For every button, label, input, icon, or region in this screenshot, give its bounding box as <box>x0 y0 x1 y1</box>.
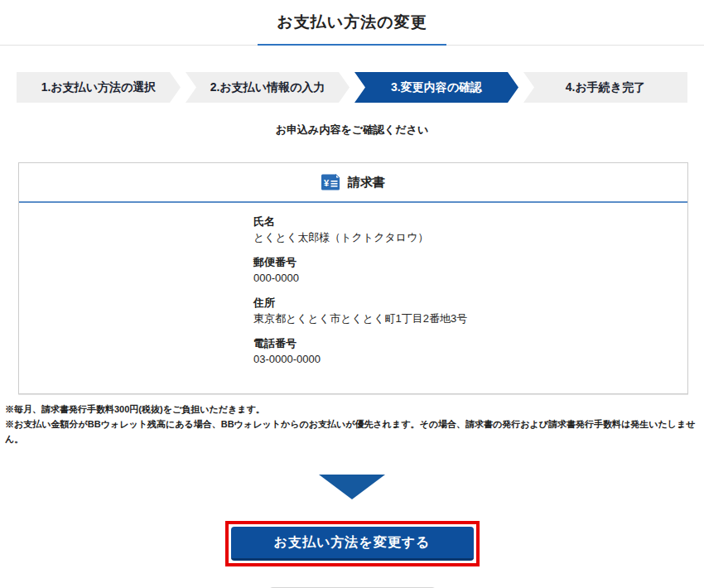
footnotes: ※毎月、請求書発行手数料300円(税抜)をご負担いただきます。 ※お支払い金額分… <box>5 402 699 446</box>
field-label: 電話番号 <box>253 336 671 350</box>
payment-summary-box: ¥ 請求書 氏名 とくとく太郎様（トクトクタロウ） 郵便番号 000-0000 … <box>18 162 688 394</box>
field-postal-code: 郵便番号 000-0000 <box>253 255 671 285</box>
field-label: 氏名 <box>253 214 671 229</box>
step-3-confirm-changes: 3.変更内容の確認 <box>354 72 518 103</box>
progress-steps: 1.お支払い方法の選択 2.お支払い情報の入力 3.変更内容の確認 4.お手続き… <box>17 72 687 103</box>
footnote-fee: ※毎月、請求書発行手数料300円(税抜)をご負担いただきます。 <box>5 402 699 417</box>
down-arrow-icon <box>319 475 385 499</box>
change-payment-method-button[interactable]: お支払い方法を変更する <box>231 527 474 561</box>
click-target-annotation: お支払い方法を変更する <box>225 521 480 566</box>
field-value: 東京都とくとく市とくとく町1丁目2番地3号 <box>253 311 671 325</box>
field-value: 03-0000-0000 <box>253 352 671 366</box>
field-label: 郵便番号 <box>253 255 671 269</box>
field-label: 住所 <box>253 296 671 310</box>
title-underline <box>0 44 704 46</box>
step-label: 2.お支払い情報の入力 <box>210 80 325 95</box>
step-1-payment-method-selection: 1.お支払い方法の選択 <box>17 72 181 103</box>
step-2-payment-info-entry: 2.お支払い情報の入力 <box>186 72 350 103</box>
step-label: 1.お支払い方法の選択 <box>41 80 157 95</box>
payment-details: 氏名 とくとく太郎様（トクトクタロウ） 郵便番号 000-0000 住所 東京都… <box>19 203 687 393</box>
divider-accent <box>258 44 446 46</box>
svg-text:¥: ¥ <box>324 178 330 188</box>
footnote-bb-wallet: ※お支払い金額分がBBウォレット残高にある場合、BBウォレットからのお支払いが優… <box>5 417 699 446</box>
payment-method-header: ¥ 請求書 <box>19 163 687 203</box>
field-value: とくとく太郎様（トクトクタロウ） <box>253 230 671 244</box>
invoice-icon: ¥ <box>321 174 340 190</box>
field-value: 000-0000 <box>253 271 671 285</box>
field-name: 氏名 とくとく太郎様（トクトクタロウ） <box>253 214 671 244</box>
field-address: 住所 東京都とくとく市とくとく町1丁目2番地3号 <box>253 296 671 325</box>
step-4-procedure-complete: 4.お手続き完了 <box>523 72 687 103</box>
page-title: お支払い方法の変更 <box>0 0 704 33</box>
step-label: 3.変更内容の確認 <box>391 80 482 95</box>
confirmation-message: お申込み内容をご確認ください <box>0 123 704 137</box>
field-phone-number: 電話番号 03-0000-0000 <box>253 336 671 366</box>
step-label: 4.お手続き完了 <box>566 80 645 95</box>
payment-method-label: 請求書 <box>348 175 385 190</box>
